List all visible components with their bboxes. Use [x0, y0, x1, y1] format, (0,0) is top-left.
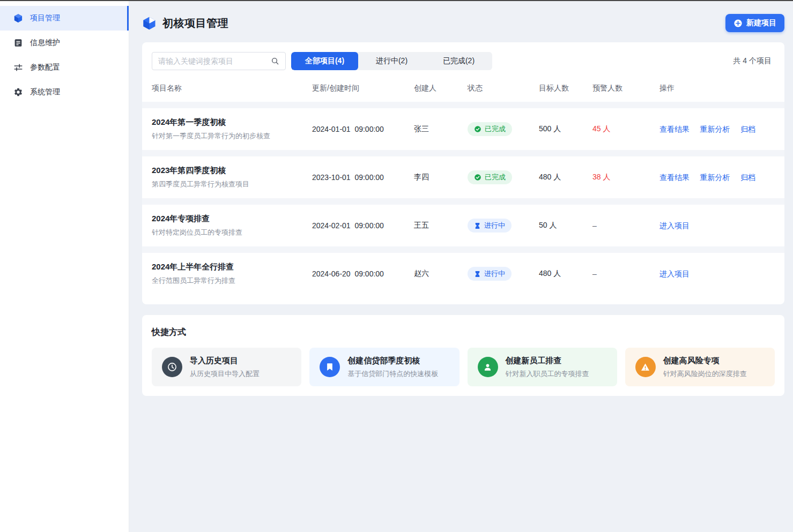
sidebar-item-info-maintenance[interactable]: 信息维护 [0, 31, 129, 55]
archive-link[interactable]: 归档 [740, 125, 755, 133]
enter-project-link[interactable]: 进入项目 [659, 221, 690, 230]
quick-actions-title: 快捷方式 [152, 325, 775, 348]
project-time: 2024-06-20 09:00:00 [312, 269, 414, 278]
quick-card-title: 创建新员工排查 [506, 356, 589, 366]
table-header-name: 项目名称 [152, 84, 312, 93]
row-actions: 查看结果 重新分析 归档 [659, 124, 775, 134]
warning-count: 45 人 [592, 124, 659, 134]
check-circle-icon [474, 174, 481, 181]
quick-card-import-history[interactable]: 导入历史项目 从历史项目中导入配置 [152, 348, 301, 386]
quick-card-new-employee[interactable]: 创建新员工排查 针对新入职员工的专项排查 [468, 348, 617, 386]
project-description: 第四季度员工异常行为核查项目 [152, 179, 312, 189]
quick-card-description: 针对新入职员工的专项排查 [506, 369, 589, 379]
project-title: 2024年上半年全行排查 [152, 262, 312, 272]
document-icon [13, 38, 23, 48]
quick-card-credit-quarterly[interactable]: 创建信贷部季度初核 基于信贷部门特点的快速模板 [309, 348, 459, 386]
status-badge: 已完成 [468, 170, 512, 184]
table-header-row: 项目名称 更新/创建时间 创建人 状态 目标人数 预警人数 操作 [152, 70, 775, 102]
quick-card-text: 创建新员工排查 针对新入职员工的专项排查 [506, 356, 589, 379]
archive-link[interactable]: 归档 [740, 173, 755, 182]
quick-actions-grid: 导入历史项目 从历史项目中导入配置 创建信贷部季度初核 基于信贷部门特点的快速模… [152, 348, 775, 386]
hourglass-icon [474, 222, 481, 229]
sidebar-item-system-management[interactable]: 系统管理 [0, 80, 129, 104]
project-name-cell: 2023年第四季度初核 第四季度员工异常行为核查项目 [152, 166, 312, 189]
quick-card-description: 从历史项目中导入配置 [190, 369, 260, 379]
quick-card-text: 创建信贷部季度初核 基于信贷部门特点的快速模板 [347, 356, 438, 379]
target-count: 480 人 [539, 269, 592, 279]
main-content: 初核项目管理 新建项目 全部项目(4) 进行中(2) 已完成(2) 共 4 个项 [130, 1, 793, 532]
view-results-link[interactable]: 查看结果 [659, 173, 690, 182]
page-title: 初核项目管理 [162, 16, 228, 31]
new-project-button[interactable]: 新建项目 [725, 14, 784, 32]
sidebar-item-label: 系统管理 [30, 87, 60, 97]
cube-title-icon [142, 16, 157, 31]
gear-icon [13, 87, 23, 97]
table-row: 2024年第一季度初核 针对第一季度员工异常行为的初步核查 2024-01-01… [152, 108, 775, 150]
reanalyze-link[interactable]: 重新分析 [700, 173, 730, 182]
project-time: 2024-02-01 09:00:00 [312, 221, 414, 230]
status-label: 已完成 [485, 124, 506, 134]
quick-card-description: 基于信贷部门特点的快速模板 [347, 369, 438, 379]
table-row: 2024年上半年全行排查 全行范围员工异常行为排查 2024-06-20 09:… [152, 253, 775, 295]
table-row: 2024年专项排查 针对特定岗位员工的专项排查 2024-02-01 09:00… [152, 205, 775, 246]
row-actions: 进入项目 [659, 221, 775, 231]
check-circle-icon [474, 125, 481, 133]
project-total-count: 共 4 个项目 [733, 56, 775, 66]
table-header-time: 更新/创建时间 [312, 84, 414, 93]
tab-in-progress[interactable]: 进行中(2) [358, 52, 425, 70]
project-title: 2023年第四季度初核 [152, 166, 312, 176]
sidebar-item-label: 项目管理 [30, 13, 60, 23]
cube-icon [13, 13, 23, 23]
search-input[interactable] [158, 57, 266, 65]
hourglass-icon [474, 271, 481, 278]
project-time: 2023-10-01 09:00:00 [312, 173, 414, 182]
search-box [152, 52, 286, 70]
new-project-button-label: 新建项目 [746, 18, 776, 28]
project-time: 2024-01-01 09:00:00 [312, 125, 414, 133]
person-icon [478, 357, 498, 377]
warning-count: – [592, 269, 659, 278]
status-badge: 已完成 [468, 122, 512, 136]
project-description: 全行范围员工异常行为排查 [152, 276, 312, 286]
project-creator: 张三 [414, 124, 468, 134]
table-header-warning: 预警人数 [592, 84, 659, 93]
clock-icon [162, 357, 182, 377]
status-badge: 进行中 [468, 267, 512, 281]
row-separator [142, 198, 784, 205]
warning-icon [635, 357, 656, 377]
sidebar-item-label: 信息维护 [30, 38, 60, 48]
sidebar-item-project-management[interactable]: 项目管理 [0, 6, 129, 31]
row-actions: 进入项目 [659, 269, 775, 279]
target-count: 500 人 [539, 124, 592, 134]
project-description: 针对特定岗位员工的专项排查 [152, 228, 312, 237]
row-actions: 查看结果 重新分析 归档 [659, 173, 775, 183]
status-label: 进行中 [484, 221, 505, 230]
quick-actions-panel: 快捷方式 导入历史项目 从历史项目中导入配置 创建信贷部季度初核 基于信贷部门特… [142, 315, 784, 396]
project-status-cell: 进行中 [468, 219, 539, 233]
window-top-edge [0, 0, 793, 1]
search-icon[interactable] [271, 57, 279, 65]
bookmark-icon [320, 357, 340, 377]
sidebar-item-label: 参数配置 [30, 63, 60, 72]
quick-card-title: 创建高风险专项 [663, 356, 747, 366]
project-creator: 李四 [414, 173, 468, 182]
status-label: 已完成 [485, 173, 506, 182]
filter-tabs: 全部项目(4) 进行中(2) 已完成(2) [291, 52, 492, 70]
project-list-panel: 全部项目(4) 进行中(2) 已完成(2) 共 4 个项目 项目名称 更新/创建… [142, 42, 784, 304]
enter-project-link[interactable]: 进入项目 [659, 269, 690, 278]
tab-all-projects[interactable]: 全部项目(4) [291, 52, 358, 70]
plus-circle-icon [733, 19, 743, 28]
row-separator [142, 150, 784, 156]
project-name-cell: 2024年专项排查 针对特定岗位员工的专项排查 [152, 214, 312, 237]
view-results-link[interactable]: 查看结果 [659, 125, 690, 133]
sidebar-item-parameter-config[interactable]: 参数配置 [0, 55, 129, 80]
quick-card-high-risk[interactable]: 创建高风险专项 针对高风险岗位的深度排查 [625, 348, 775, 386]
project-status-cell: 进行中 [468, 267, 539, 281]
sidebar: 项目管理 信息维护 参数配置 系统管理 [0, 1, 129, 532]
table-header-actions: 操作 [659, 84, 775, 93]
row-separator [142, 246, 784, 253]
reanalyze-link[interactable]: 重新分析 [700, 125, 730, 133]
tab-completed[interactable]: 已完成(2) [425, 52, 492, 70]
status-badge: 进行中 [468, 219, 512, 233]
quick-card-text: 导入历史项目 从历史项目中导入配置 [190, 356, 260, 379]
